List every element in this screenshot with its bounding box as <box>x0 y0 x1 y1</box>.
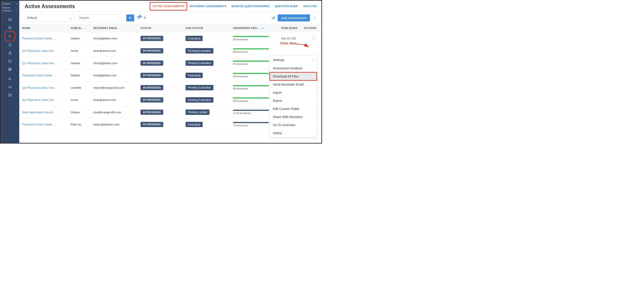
cell-name[interactable]: Q2 Physical & Data Cen… <box>20 95 68 105</box>
document-icon[interactable] <box>8 43 12 47</box>
cell-status: IN PROGRESS <box>138 106 183 118</box>
menu-settings[interactable]: Settings <box>270 56 317 64</box>
folder-settings-icon[interactable] <box>8 85 12 89</box>
settings-icon[interactable] <box>8 93 12 97</box>
toolbar: Default ⌄ 1 Add Assessment ⋮ <box>20 12 322 24</box>
cell-name[interactable]: Q1 Physical & Data Cen… <box>20 58 68 68</box>
clipboard-alert-icon[interactable] <box>8 51 12 55</box>
filter-button[interactable]: 1 <box>137 16 140 20</box>
cell-publisher: Globex <box>68 70 90 81</box>
settings-gear-button[interactable] <box>143 16 147 20</box>
row-actions-button[interactable]: ⋮ <box>310 36 316 41</box>
tab-manage-questionnaires[interactable]: MANAGE QUESTIONNAIRES <box>232 5 270 8</box>
view-selector-value: Default <box>27 16 37 20</box>
sidebar-nav-2 <box>1 77 20 97</box>
chevron-down-icon: ⌄ <box>70 16 72 20</box>
cell-name[interactable]: Physical & Data Center … <box>20 70 68 81</box>
menu-download-all-files[interactable]: Download All Files <box>270 72 317 80</box>
cell-status: IN PROGRESS <box>138 118 183 130</box>
tab-analysis[interactable]: ANALYSIS <box>303 5 317 8</box>
progress-bar <box>233 122 269 123</box>
progress-text: 17/18 Answered <box>233 112 276 115</box>
menu-assessment-analysis[interactable]: Assessment Analysis <box>270 64 317 72</box>
chevron-double-right-icon: » <box>16 2 18 5</box>
cell-substatus: Evaluating <box>183 32 230 44</box>
building-icon[interactable] <box>8 26 12 30</box>
sidebar-nav <box>1 14 20 72</box>
sidebar-expand-label: Expand <box>2 2 10 5</box>
status-badge: IN PROGRESS <box>140 73 163 78</box>
cell-status: IN PROGRESS <box>138 94 183 106</box>
substatus-badge: Pending Evaluation <box>186 85 214 90</box>
svg-rect-3 <box>8 35 11 38</box>
svg-point-18 <box>10 94 10 96</box>
inbox-icon[interactable] <box>8 18 12 22</box>
tab-upcoming-assessments[interactable]: UPCOMING ASSESSMENTS <box>189 5 226 8</box>
cell-name[interactable]: Q1 Physical & Data Cen… <box>20 82 68 93</box>
status-badge: IN PROGRESS <box>140 36 163 41</box>
add-assessment-button[interactable]: Add Assessment <box>278 14 310 22</box>
menu-delete[interactable]: Delete <box>270 129 317 137</box>
sidebar-connect[interactable]: Partner Connect ⌄ <box>1 6 20 14</box>
dashboard-icon[interactable] <box>8 68 12 72</box>
cell-name[interactable]: Web Application Securit… <box>20 107 68 117</box>
cell-publisher: Acme <box>68 46 90 56</box>
cell-progress: 8/8 Answered <box>230 33 278 44</box>
chart-icon[interactable] <box>8 60 12 63</box>
sidebar-expand[interactable]: Expand » <box>1 1 20 6</box>
status-badge: IN PROGRESS <box>140 60 163 66</box>
progress-bar <box>233 48 269 50</box>
substatus-badge: Pending Update <box>186 110 210 115</box>
cell-name[interactable]: Physical & Data Center … <box>20 120 68 130</box>
svg-point-20 <box>144 17 145 18</box>
cell-name[interactable]: Q1 Physical & Data Cen… <box>20 46 68 56</box>
cell-name[interactable]: Physical & Data Center … <box>20 33 68 44</box>
col-published[interactable]: PUBLISHED <box>278 24 301 32</box>
menu-edit-custom-fields[interactable]: Edit Custom Fields <box>270 105 317 113</box>
progress-text: 8/8 Answered <box>233 75 276 78</box>
tab-question-bank[interactable]: QUESTION BANK <box>275 5 298 8</box>
search-input[interactable] <box>77 14 126 22</box>
cell-email: chris@globex.com <box>90 58 138 68</box>
cell-publisher: Globex <box>68 33 90 44</box>
checkbox-button[interactable] <box>271 16 275 20</box>
svg-point-14 <box>9 78 10 79</box>
col-email[interactable]: RECIPIENT EMAIL <box>90 24 138 32</box>
table-row: Physical & Data Center …Globexchris@glob… <box>20 32 322 45</box>
menu-share-recipient[interactable]: Share With Recipient <box>270 113 317 121</box>
toolbar-kebab[interactable]: ⋮ <box>312 16 317 20</box>
menu-go-to-overview[interactable]: Go To Overview <box>270 121 317 129</box>
col-progress[interactable]: ANSWERING PRO…↓≡ <box>230 24 278 32</box>
cell-actions <box>301 48 322 54</box>
page-title: Active Assessments <box>25 4 75 10</box>
user-settings-icon[interactable] <box>8 77 12 81</box>
menu-import[interactable]: Import <box>270 88 317 97</box>
cell-substatus: Pending Evaluation <box>183 82 230 94</box>
assessments-icon[interactable] <box>8 34 12 39</box>
search-wrap <box>77 14 134 22</box>
progress-text: 8/8 Answered <box>233 50 276 54</box>
progress-bar <box>233 110 269 111</box>
progress-text: 8/8 Answered <box>233 38 276 41</box>
cell-status: IN PROGRESS <box>138 70 183 81</box>
cell-substatus: Pending Update <box>183 106 230 118</box>
menu-export[interactable]: Export <box>270 97 317 105</box>
tab-active-assessments[interactable]: ACTIVE ASSESSMENTS <box>152 5 184 8</box>
checkbox-icon <box>271 16 275 20</box>
cell-status: IN PROGRESS <box>138 32 183 44</box>
menu-send-reminder[interactable]: Send Reminder Email <box>270 80 317 88</box>
table-row: Q1 Physical & Data Cen…Acmelouie@acme.co… <box>20 45 322 57</box>
col-status[interactable]: STATUS <box>138 24 183 32</box>
col-name[interactable]: NAME <box>20 24 68 32</box>
svg-point-15 <box>10 79 11 80</box>
cell-publisher: Globex <box>68 58 90 68</box>
view-selector[interactable]: Default ⌄ <box>25 14 74 22</box>
svg-point-5 <box>9 36 10 37</box>
filter-count-badge: 1 <box>139 15 142 18</box>
search-button[interactable] <box>126 14 134 22</box>
col-publisher[interactable]: PUBLIS… <box>68 24 90 32</box>
substatus-badge: Evaluating <box>186 73 203 78</box>
col-substatus[interactable]: SUB STATUS <box>183 24 230 32</box>
progress-text: 8/8 Answered <box>233 100 276 102</box>
progress-bar <box>233 98 269 99</box>
